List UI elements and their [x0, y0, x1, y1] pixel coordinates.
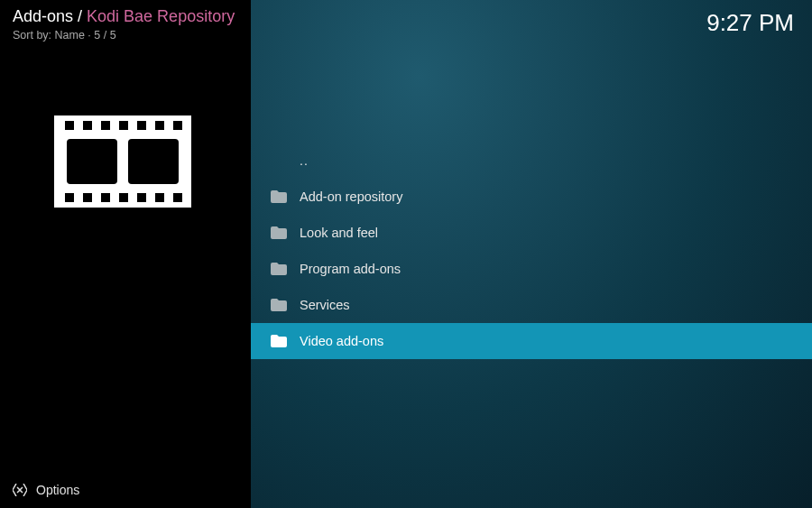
list-item-label: Add-on repository [300, 189, 402, 204]
film-strip-icon [54, 115, 191, 208]
options-label: Options [36, 483, 79, 497]
options-icon [13, 484, 27, 496]
breadcrumb-separator: / [73, 7, 87, 25]
svg-rect-10 [101, 193, 110, 202]
main-content: 9:27 PM .. Add-on repository Look and fe… [251, 0, 812, 508]
svg-rect-15 [67, 139, 117, 184]
folder-icon [271, 226, 287, 239]
list-item-label: Services [300, 298, 350, 312]
svg-rect-11 [119, 193, 128, 202]
folder-icon [271, 190, 287, 203]
folder-icon [271, 263, 287, 275]
breadcrumb-current: Kodi Bae Repository [87, 7, 235, 25]
breadcrumb: Add-ons / Kodi Bae Repository [13, 7, 235, 26]
parent-directory-label: .. [300, 153, 309, 168]
list-item-video-addons[interactable]: Video add-ons [251, 323, 812, 359]
svg-rect-13 [155, 193, 164, 202]
list-item-services[interactable]: Services [251, 287, 812, 323]
svg-rect-3 [101, 121, 110, 130]
folder-icon [271, 299, 287, 311]
folder-icon [271, 335, 287, 347]
svg-rect-7 [173, 121, 182, 130]
sidebar: Add-ons / Kodi Bae Repository Sort by: N… [0, 0, 251, 508]
list-item-program-addons[interactable]: Program add-ons [251, 251, 812, 287]
svg-rect-1 [65, 121, 74, 130]
svg-rect-5 [137, 121, 146, 130]
svg-rect-12 [137, 193, 146, 202]
list-item-parent[interactable]: .. [251, 143, 812, 179]
list-item-label: Video add-ons [300, 334, 383, 348]
category-list: .. Add-on repository Look and feel Progr… [251, 143, 812, 359]
list-item-look-and-feel[interactable]: Look and feel [251, 215, 812, 251]
sort-info: Sort by: Name · 5 / 5 [13, 29, 116, 42]
svg-rect-4 [119, 121, 128, 130]
svg-rect-14 [173, 193, 182, 202]
svg-rect-16 [128, 139, 179, 184]
svg-rect-8 [65, 193, 74, 202]
svg-rect-6 [155, 121, 164, 130]
breadcrumb-section: Add-ons [13, 7, 73, 25]
svg-rect-2 [83, 121, 92, 130]
options-button[interactable]: Options [13, 483, 79, 497]
list-item-addon-repository[interactable]: Add-on repository [251, 179, 812, 215]
list-item-label: Look and feel [300, 226, 378, 240]
list-item-label: Program add-ons [300, 262, 401, 276]
clock: 9:27 PM [706, 9, 794, 37]
svg-rect-9 [83, 193, 92, 202]
